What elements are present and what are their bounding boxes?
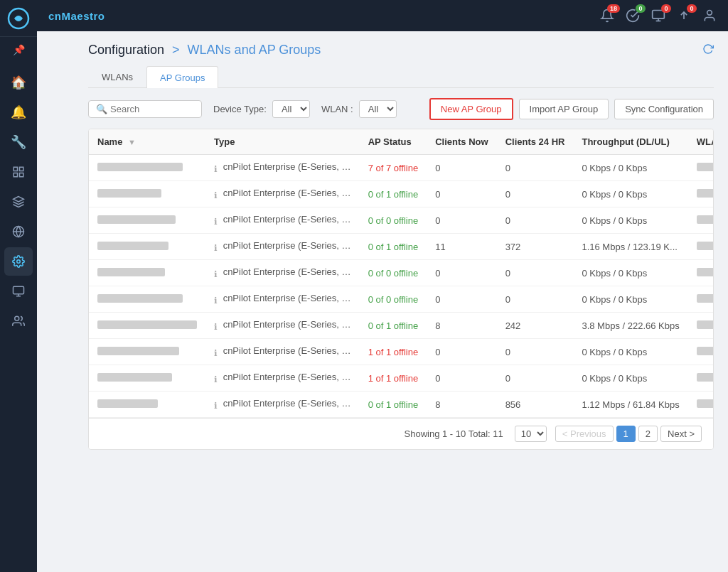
info-icon-7[interactable]: ℹ: [214, 348, 218, 358]
notifications-icon[interactable]: 18: [600, 9, 614, 23]
cell-clients-now-9: 8: [427, 392, 496, 418]
main-content: Configuration > WLANs and AP Groups WLAN…: [74, 31, 728, 572]
col-wlans: WLANs: [688, 129, 714, 155]
upgrade-badge: 0: [687, 4, 697, 13]
cell-clients-24hr-3: 372: [497, 234, 574, 260]
cell-name-1[interactable]: [89, 181, 205, 207]
cell-wlans-0: [688, 155, 714, 181]
breadcrumb-current: WLANs and AP Groups: [188, 43, 321, 57]
user-menu-icon[interactable]: [702, 9, 717, 23]
cell-clients-now-6: 8: [427, 313, 496, 339]
info-icon-3[interactable]: ℹ: [214, 243, 218, 253]
info-icon-2[interactable]: ℹ: [214, 217, 218, 227]
info-icon-4[interactable]: ℹ: [214, 269, 218, 279]
svg-rect-4: [20, 173, 23, 177]
next-page-button[interactable]: Next >: [660, 426, 702, 442]
tab-wlans[interactable]: WLANs: [88, 66, 146, 87]
check-icon[interactable]: 0: [626, 9, 640, 23]
cell-name-5[interactable]: [89, 286, 205, 313]
cell-name-3[interactable]: [89, 234, 205, 260]
cell-type-6: ℹ cnPilot Enterprise (E-Series, e...: [205, 313, 360, 339]
info-icon-6[interactable]: ℹ: [214, 322, 218, 332]
cell-clients-now-2: 0: [427, 207, 496, 234]
sidebar-item-users[interactable]: [4, 307, 33, 335]
app-logo[interactable]: [0, 0, 37, 37]
cell-clients-24hr-7: 0: [497, 339, 574, 365]
wlan-label: WLAN :: [321, 104, 353, 114]
sidebar-item-home[interactable]: 🏠: [4, 68, 33, 97]
refresh-button[interactable]: [702, 43, 714, 58]
cell-type-5: ℹ cnPilot Enterprise (E-Series, e...: [205, 286, 360, 313]
cell-ap-status-0: 7 of 7 offline: [360, 155, 427, 181]
cell-name-6[interactable]: [89, 313, 205, 339]
prev-page-button[interactable]: < Previous: [555, 426, 614, 442]
search-box[interactable]: 🔍: [88, 100, 202, 118]
import-ap-group-button[interactable]: Import AP Group: [519, 99, 609, 119]
sidebar-item-settings[interactable]: [4, 247, 33, 276]
cell-name-7[interactable]: [89, 339, 205, 365]
cell-name-2[interactable]: [89, 207, 205, 234]
upgrade-icon[interactable]: 0: [677, 9, 691, 23]
breadcrumb-separator: >: [172, 43, 183, 57]
device-type-filter: Device Type: All: [213, 100, 310, 118]
cell-throughput-4: 0 Kbps / 0 Kbps: [573, 260, 687, 286]
cell-throughput-0: 0 Kbps / 0 Kbps: [573, 155, 687, 181]
breadcrumb: Configuration > WLANs and AP Groups: [88, 43, 321, 58]
monitor-icon[interactable]: 0: [651, 9, 665, 23]
cell-name-4[interactable]: [89, 260, 205, 286]
sync-configuration-button[interactable]: Sync Configuration: [614, 99, 714, 119]
svg-point-16: [707, 11, 712, 16]
device-type-label: Device Type:: [213, 104, 267, 114]
col-clients-now: Clients Now: [427, 129, 496, 155]
new-ap-group-button[interactable]: New AP Group: [429, 98, 513, 120]
page-2-button[interactable]: 2: [638, 426, 658, 442]
sidebar-item-tools[interactable]: 🔧: [4, 128, 33, 156]
cell-name-9[interactable]: [89, 392, 205, 418]
info-icon-8[interactable]: ℹ: [214, 374, 218, 384]
cell-clients-now-4: 0: [427, 260, 496, 286]
topbar-icons: 18 0 0 0: [600, 9, 717, 23]
cell-name-8[interactable]: [89, 365, 205, 392]
cell-ap-status-2: 0 of 0 offline: [360, 207, 427, 234]
search-input[interactable]: [110, 104, 203, 114]
info-icon-1[interactable]: ℹ: [214, 190, 218, 200]
sidebar-pin[interactable]: 📌: [0, 37, 37, 63]
cell-wlans-2: [688, 207, 714, 234]
cell-throughput-1: 0 Kbps / 0 Kbps: [573, 181, 687, 207]
content-area: Configuration > WLANs and AP Groups WLAN…: [74, 31, 728, 572]
wlan-select[interactable]: All: [359, 100, 397, 118]
info-icon-9[interactable]: ℹ: [214, 401, 218, 411]
cell-type-3: ℹ cnPilot Enterprise (E-Series, e...: [205, 234, 360, 260]
sidebar-item-devices[interactable]: [4, 277, 33, 306]
tabs-bar: WLANs AP Groups: [88, 66, 714, 88]
svg-rect-1: [14, 167, 17, 171]
per-page-select[interactable]: 10 25 50: [515, 426, 547, 442]
sidebar-item-network[interactable]: [4, 217, 33, 246]
info-icon-5[interactable]: ℹ: [214, 296, 218, 306]
cell-wlans-9: [688, 392, 714, 418]
cell-name-0[interactable]: [89, 155, 205, 181]
cell-ap-status-9: 0 of 1 offline: [360, 392, 427, 418]
ap-groups-table: Name ▼ Type AP Status Clients Now Client…: [88, 129, 714, 450]
tab-ap-groups[interactable]: AP Groups: [146, 66, 218, 88]
sidebar: 📌 🏠 🔔 🔧: [0, 0, 37, 572]
cell-throughput-3: 1.16 Mbps / 123.19 K...: [573, 234, 687, 260]
cell-clients-24hr-2: 0: [497, 207, 574, 234]
cell-wlans-4: [688, 260, 714, 286]
sidebar-item-alerts[interactable]: 🔔: [4, 98, 33, 126]
device-type-select[interactable]: All: [272, 100, 310, 118]
table-row: ℹ cnPilot Enterprise (E-Series, e... 0 o…: [89, 234, 714, 260]
sidebar-item-configure[interactable]: [4, 188, 33, 216]
breadcrumb-parent: Configuration: [88, 43, 164, 57]
cell-clients-now-0: 0: [427, 155, 496, 181]
cell-clients-now-3: 11: [427, 234, 496, 260]
sidebar-item-layers[interactable]: [4, 158, 33, 186]
cell-clients-now-5: 0: [427, 286, 496, 313]
page-1-button[interactable]: 1: [616, 426, 636, 442]
cell-type-8: ℹ cnPilot Enterprise (E-Series, e...: [205, 365, 360, 392]
table-row: ℹ cnPilot Enterprise (E-Series, e... 1 o…: [89, 365, 714, 392]
cell-wlans-3: [688, 234, 714, 260]
info-icon-0[interactable]: ℹ: [214, 164, 218, 174]
col-name: Name ▼: [89, 129, 205, 155]
cell-clients-24hr-5: 0: [497, 286, 574, 313]
